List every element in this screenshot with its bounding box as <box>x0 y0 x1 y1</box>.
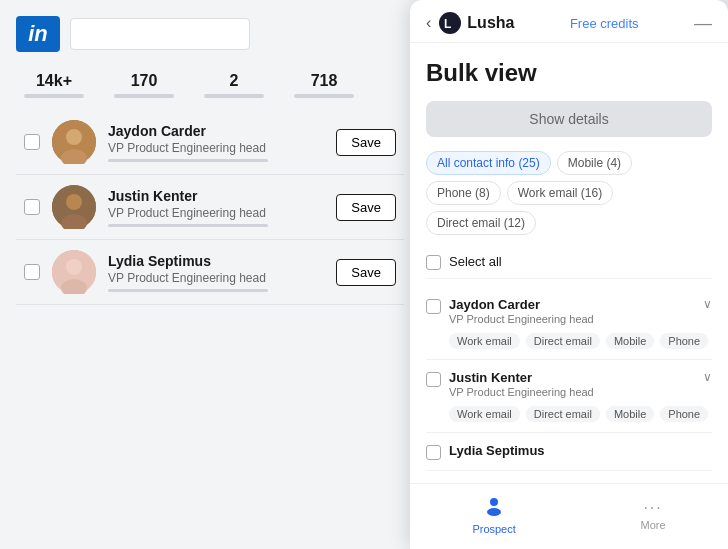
stat-14k: 14k+ <box>24 72 84 98</box>
linkedin-panel: in 14k+ 170 2 718 <box>0 0 420 549</box>
svg-point-12 <box>487 508 501 516</box>
person-bar <box>108 224 268 227</box>
tab-mobile[interactable]: Mobile (4) <box>557 151 632 175</box>
tag-mobile[interactable]: Mobile <box>606 406 654 422</box>
tag-work-email[interactable]: Work email <box>449 406 520 422</box>
person-info: Jaydon Carder VP Product Engineering hea… <box>108 123 324 162</box>
tab-all-contact[interactable]: All contact info (25) <box>426 151 551 175</box>
prospect-icon <box>483 494 505 521</box>
stat-170: 170 <box>114 72 174 98</box>
tag-direct-email[interactable]: Direct email <box>526 406 600 422</box>
avatar <box>52 185 96 229</box>
tag-direct-email[interactable]: Direct email <box>526 333 600 349</box>
back-arrow-icon[interactable]: ‹ <box>426 14 431 32</box>
person-checkbox[interactable] <box>24 264 40 280</box>
menu-icon[interactable]: — <box>694 13 712 34</box>
lusha-panel: ‹ L Lusha Free credits — Bulk view Show … <box>410 0 728 549</box>
tab-phone[interactable]: Phone (8) <box>426 181 501 205</box>
chevron-down-icon[interactable]: ∨ <box>703 370 712 384</box>
contact-info: Jaydon Carder VP Product Engineering hea… <box>449 297 695 325</box>
svg-point-11 <box>490 498 498 506</box>
tag-mobile[interactable]: Mobile <box>606 333 654 349</box>
nav-prospect[interactable]: Prospect <box>472 494 515 535</box>
person-bar <box>108 289 268 292</box>
save-button[interactable]: Save <box>336 129 396 156</box>
page-title: Bulk view <box>426 59 712 87</box>
contact-checkbox[interactable] <box>426 445 441 460</box>
list-item: Justin Kenter VP Product Engineering hea… <box>16 175 404 240</box>
chevron-down-icon[interactable]: ∨ <box>703 297 712 311</box>
person-bar <box>108 159 268 162</box>
tag-work-email[interactable]: Work email <box>449 333 520 349</box>
contact-header: Jaydon Carder VP Product Engineering hea… <box>426 297 712 325</box>
list-item: Jaydon Carder VP Product Engineering hea… <box>426 287 712 360</box>
linkedin-logo: in <box>16 16 60 52</box>
stat-2: 2 <box>204 72 264 98</box>
tag-phone[interactable]: Phone <box>660 333 708 349</box>
lusha-topbar-left: ‹ L Lusha <box>426 12 514 34</box>
contact-checkbox[interactable] <box>426 299 441 314</box>
more-icon: ··· <box>643 499 662 517</box>
person-info: Justin Kenter VP Product Engineering hea… <box>108 188 324 227</box>
list-item: Lydia Septimus <box>426 433 712 471</box>
contact-tags: Work email Direct email Mobile Phone <box>449 406 712 422</box>
list-item: Lydia Septimus VP Product Engineering he… <box>16 240 404 305</box>
contact-header: Justin Kenter VP Product Engineering hea… <box>426 370 712 398</box>
nav-more[interactable]: ··· More <box>641 499 666 531</box>
bottom-nav: Prospect ··· More <box>410 483 728 549</box>
select-all-checkbox[interactable] <box>426 255 441 270</box>
linkedin-header: in <box>16 16 404 52</box>
lusha-brand-icon: L <box>439 12 461 34</box>
svg-point-4 <box>66 194 82 210</box>
stat-bar <box>204 94 264 98</box>
contact-tags: Work email Direct email Mobile Phone <box>449 333 712 349</box>
person-info: Lydia Septimus VP Product Engineering he… <box>108 253 324 292</box>
lusha-content: Bulk view Show details All contact info … <box>410 43 728 483</box>
contact-checkbox[interactable] <box>426 372 441 387</box>
list-item: Jaydon Carder VP Product Engineering hea… <box>16 110 404 175</box>
svg-text:L: L <box>444 17 451 31</box>
person-checkbox[interactable] <box>24 199 40 215</box>
lusha-logo: L Lusha <box>439 12 514 34</box>
avatar <box>52 250 96 294</box>
linkedin-search-bar[interactable] <box>70 18 250 50</box>
list-item: Justin Kenter VP Product Engineering hea… <box>426 360 712 433</box>
stat-bar <box>24 94 84 98</box>
tab-work-email[interactable]: Work email (16) <box>507 181 613 205</box>
filter-tabs: All contact info (25) Mobile (4) Phone (… <box>426 151 712 235</box>
contact-info: Lydia Septimus <box>449 443 712 458</box>
save-button[interactable]: Save <box>336 194 396 221</box>
stats-row: 14k+ 170 2 718 <box>16 72 404 98</box>
select-all-row: Select all <box>426 245 712 279</box>
avatar <box>52 120 96 164</box>
svg-point-7 <box>66 259 82 275</box>
stat-bar <box>294 94 354 98</box>
stat-718: 718 <box>294 72 354 98</box>
save-button[interactable]: Save <box>336 259 396 286</box>
svg-point-1 <box>66 129 82 145</box>
lusha-topbar: ‹ L Lusha Free credits — <box>410 0 728 43</box>
stat-bar <box>114 94 174 98</box>
people-list: Jaydon Carder VP Product Engineering hea… <box>16 110 404 305</box>
tab-direct-email[interactable]: Direct email (12) <box>426 211 536 235</box>
tag-phone[interactable]: Phone <box>660 406 708 422</box>
contact-header: Lydia Septimus <box>426 443 712 460</box>
show-details-button[interactable]: Show details <box>426 101 712 137</box>
person-checkbox[interactable] <box>24 134 40 150</box>
contact-info: Justin Kenter VP Product Engineering hea… <box>449 370 695 398</box>
